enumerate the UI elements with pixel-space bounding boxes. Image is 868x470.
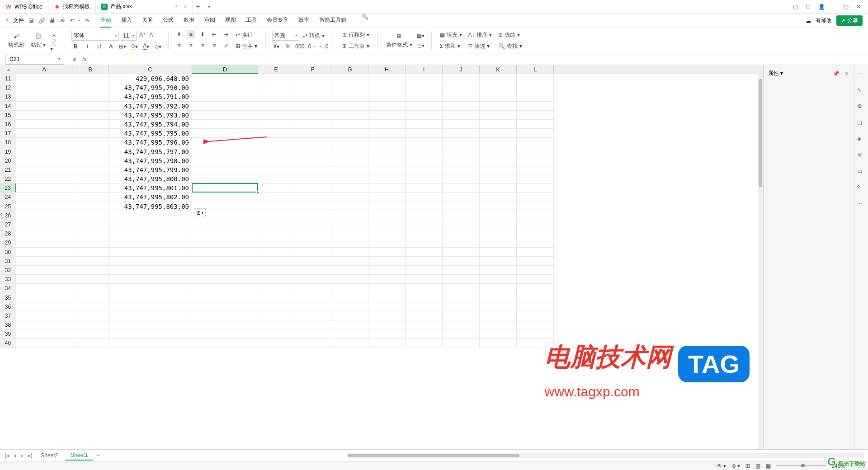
cell[interactable] — [406, 238, 443, 247]
cell[interactable] — [406, 138, 443, 147]
row-header[interactable]: 12 — [0, 83, 16, 92]
cell[interactable] — [258, 92, 294, 101]
row-header[interactable]: 22 — [0, 174, 16, 183]
cell[interactable] — [192, 275, 258, 284]
cell[interactable] — [480, 165, 517, 174]
cell[interactable] — [258, 338, 294, 348]
cell[interactable] — [406, 156, 443, 165]
cell[interactable] — [72, 129, 108, 138]
cell[interactable] — [108, 293, 192, 302]
formula-input[interactable] — [86, 54, 868, 65]
cell[interactable] — [406, 74, 443, 83]
decrease-decimal-icon[interactable]: ←.0 — [319, 42, 327, 51]
cell[interactable] — [443, 211, 480, 220]
cell[interactable] — [108, 229, 192, 238]
cell[interactable] — [517, 156, 554, 165]
cell[interactable] — [108, 320, 192, 329]
tab-wps-office[interactable]: W WPS Office — [0, 0, 48, 13]
link-icon[interactable]: 🔗 — [38, 18, 45, 24]
cell[interactable] — [480, 193, 517, 202]
cell[interactable] — [294, 284, 331, 293]
cell[interactable] — [258, 83, 294, 92]
cell[interactable] — [368, 284, 406, 293]
cell[interactable] — [294, 111, 331, 120]
cell[interactable] — [443, 248, 480, 257]
tool-icon[interactable]: ✕ — [857, 152, 865, 160]
cell[interactable] — [406, 338, 443, 348]
cell[interactable] — [480, 202, 517, 211]
sheet-tab-sheet2[interactable]: Sheet2 — [35, 451, 63, 460]
cell[interactable] — [331, 338, 368, 348]
cell[interactable] — [258, 293, 294, 302]
spreadsheet-grid[interactable]: ◢ ABCDEFGHIJKL 11429,696,648.001243,747,… — [0, 65, 763, 449]
cell[interactable]: 43,747,995,801.00 — [108, 183, 192, 193]
cell[interactable] — [258, 284, 294, 293]
cell[interactable] — [331, 257, 368, 266]
print-icon[interactable]: 🖶 — [50, 18, 55, 24]
cell[interactable] — [406, 302, 443, 311]
sheet-prev-icon[interactable]: ◂ — [12, 452, 18, 459]
cell[interactable] — [72, 329, 108, 338]
cell[interactable] — [368, 266, 406, 275]
col-header-B[interactable]: B — [72, 65, 108, 74]
menu-tab-efficiency[interactable]: 效率 — [298, 14, 309, 28]
cell[interactable] — [258, 257, 294, 266]
cell[interactable] — [368, 83, 406, 92]
cell[interactable] — [258, 220, 294, 229]
row-header[interactable]: 34 — [0, 284, 16, 293]
cell[interactable] — [480, 320, 517, 329]
cell[interactable] — [406, 92, 443, 101]
sheet-first-icon[interactable]: |◂ — [4, 452, 10, 459]
cell[interactable] — [192, 329, 258, 338]
cell[interactable] — [443, 266, 480, 275]
cell[interactable] — [517, 165, 554, 174]
cell[interactable] — [443, 174, 480, 183]
cell[interactable] — [406, 165, 443, 174]
cell[interactable] — [16, 266, 72, 275]
cell[interactable] — [192, 220, 258, 229]
table-style-icon[interactable]: ⊡▾ — [417, 42, 425, 50]
row-header[interactable]: 13 — [0, 92, 16, 101]
sheet-last-icon[interactable]: ▸| — [27, 452, 33, 459]
currency-icon[interactable]: ¥▾ — [272, 42, 280, 51]
undo-icon[interactable]: ↶ — [70, 18, 74, 24]
cell[interactable] — [72, 284, 108, 293]
cell[interactable]: 43,747,995,799.00 — [108, 165, 192, 174]
cell[interactable] — [294, 202, 331, 211]
cell[interactable] — [443, 302, 480, 311]
add-tab-button[interactable]: + — [193, 3, 203, 11]
row-header[interactable]: 32 — [0, 266, 16, 275]
cell[interactable] — [294, 329, 331, 338]
close-window-icon[interactable]: ✕ — [856, 4, 863, 10]
cell[interactable] — [16, 92, 72, 101]
row-col-button[interactable]: ⊞ 行和列 ▾ — [340, 30, 371, 40]
cell[interactable] — [368, 211, 406, 220]
cell[interactable] — [368, 248, 406, 257]
cell[interactable] — [258, 202, 294, 211]
cell[interactable] — [16, 147, 72, 156]
horizontal-scrollbar[interactable] — [347, 453, 864, 458]
cell[interactable] — [443, 257, 480, 266]
cell[interactable] — [331, 220, 368, 229]
cell[interactable] — [192, 120, 258, 129]
cell[interactable] — [480, 129, 517, 138]
cell[interactable] — [517, 174, 554, 183]
settings-icon[interactable]: ⚙ — [857, 103, 865, 111]
cell[interactable] — [331, 120, 368, 129]
cell[interactable] — [406, 266, 443, 275]
cell[interactable] — [72, 311, 108, 320]
filter-button[interactable]: ▽ 筛选 ▾ — [467, 42, 494, 51]
undo-dropdown[interactable]: ▾ — [79, 19, 80, 23]
sheet-next-icon[interactable]: ▸ — [19, 452, 25, 459]
search-icon[interactable]: 🔍 — [362, 14, 368, 28]
cell[interactable] — [368, 156, 406, 165]
cell[interactable] — [72, 174, 108, 183]
cell[interactable] — [72, 320, 108, 329]
cell[interactable] — [443, 202, 480, 211]
cell[interactable] — [108, 238, 192, 247]
zoom-slider[interactable] — [776, 465, 826, 466]
cell[interactable] — [443, 138, 480, 147]
cell[interactable] — [331, 329, 368, 338]
cell[interactable] — [368, 302, 406, 311]
cell[interactable] — [16, 183, 72, 193]
